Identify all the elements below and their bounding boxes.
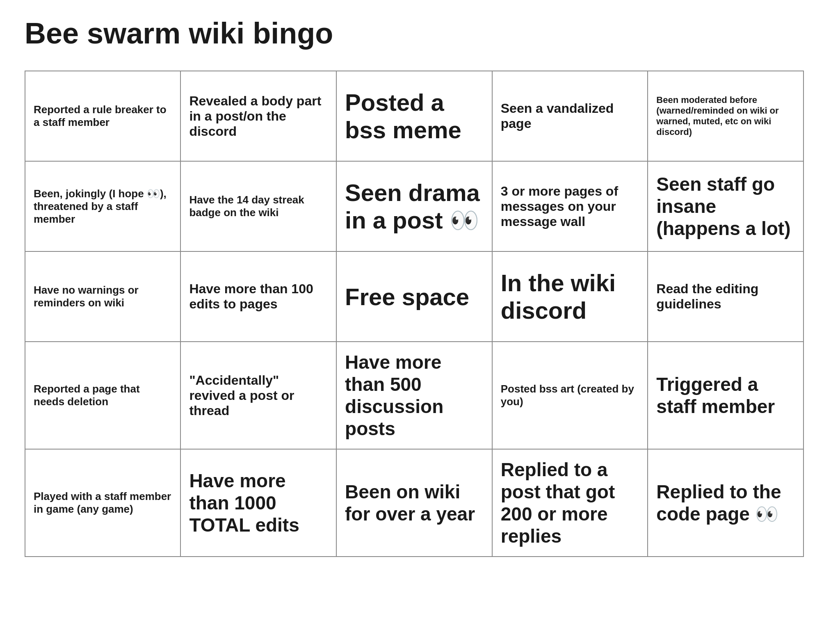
cell-text: Triggered a staff member xyxy=(656,374,775,417)
cell-text: Have no warnings or reminders on wiki xyxy=(34,284,139,309)
page-title: Bee swarm wiki bingo xyxy=(25,16,815,50)
cell-4-1: Have more than 1000 TOTAL edits xyxy=(180,449,336,557)
cell-text: 3 or more pages of messages on your mess… xyxy=(501,184,618,229)
cell-text: Seen staff go insane (happens a lot) xyxy=(656,173,790,239)
cell-text: Have the 14 day streak badge on the wiki xyxy=(189,194,304,219)
cell-4-4: Replied to the code page 👀 xyxy=(648,449,803,557)
cell-0-0: Reported a rule breaker to a staff membe… xyxy=(25,71,180,161)
cell-1-3: 3 or more pages of messages on your mess… xyxy=(492,161,648,251)
cell-text: Played with a staff member in game (any … xyxy=(34,490,171,515)
cell-0-1: Revealed a body part in a post/on the di… xyxy=(180,71,336,161)
cell-3-3: Posted bss art (created by you) xyxy=(492,342,648,449)
cell-text: Replied to a post that got 200 or more r… xyxy=(501,459,615,547)
cell-text: Been moderated before (warned/reminded o… xyxy=(656,95,778,137)
cell-text: In the wiki discord xyxy=(501,269,616,324)
cell-3-2: Have more than 500 discussion posts xyxy=(336,342,492,449)
table-row: Have no warnings or reminders on wikiHav… xyxy=(25,251,803,342)
cell-text: Have more than 1000 TOTAL edits xyxy=(189,470,299,536)
cell-1-2: Seen drama in a post 👀 xyxy=(336,161,492,251)
cell-2-0: Have no warnings or reminders on wiki xyxy=(25,251,180,342)
cell-text: Reported a page that needs deletion xyxy=(34,383,140,408)
cell-3-0: Reported a page that needs deletion xyxy=(25,342,180,449)
cell-2-1: Have more than 100 edits to pages xyxy=(180,251,336,342)
cell-text: Posted a bss meme xyxy=(345,89,461,143)
cell-2-2: Free space xyxy=(336,251,492,342)
cell-1-0: Been, jokingly (I hope 👀), threatened by… xyxy=(25,161,180,251)
cell-text: Have more than 100 edits to pages xyxy=(189,281,313,311)
cell-text: Been, jokingly (I hope 👀), threatened by… xyxy=(34,187,167,225)
table-row: Reported a page that needs deletion"Acci… xyxy=(25,342,803,449)
table-row: Played with a staff member in game (any … xyxy=(25,449,803,557)
cell-0-4: Been moderated before (warned/reminded o… xyxy=(648,71,803,161)
cell-3-1: "Accidentally" revived a post or thread xyxy=(180,342,336,449)
cell-text: Free space xyxy=(345,283,469,310)
cell-text: Been on wiki for over a year xyxy=(345,481,475,525)
cell-3-4: Triggered a staff member xyxy=(648,342,803,449)
cell-text: "Accidentally" revived a post or thread xyxy=(189,373,294,418)
cell-4-2: Been on wiki for over a year xyxy=(336,449,492,557)
table-row: Reported a rule breaker to a staff membe… xyxy=(25,71,803,161)
cell-text: Seen a vandalized page xyxy=(501,101,614,131)
cell-4-3: Replied to a post that got 200 or more r… xyxy=(492,449,648,557)
cell-text: Have more than 500 discussion posts xyxy=(345,352,443,439)
cell-0-2: Posted a bss meme xyxy=(336,71,492,161)
cell-1-4: Seen staff go insane (happens a lot) xyxy=(648,161,803,251)
cell-text: Seen drama in a post 👀 xyxy=(345,179,480,233)
cell-1-1: Have the 14 day streak badge on the wiki xyxy=(180,161,336,251)
cell-0-3: Seen a vandalized page xyxy=(492,71,648,161)
cell-2-3: In the wiki discord xyxy=(492,251,648,342)
cell-2-4: Read the editing guidelines xyxy=(648,251,803,342)
cell-text: Revealed a body part in a post/on the di… xyxy=(189,94,321,139)
cell-text: Read the editing guidelines xyxy=(656,281,758,311)
cell-text: Reported a rule breaker to a staff membe… xyxy=(34,103,167,128)
cell-4-0: Played with a staff member in game (any … xyxy=(25,449,180,557)
cell-text: Replied to the code page 👀 xyxy=(656,481,781,525)
cell-text: Posted bss art (created by you) xyxy=(501,383,634,408)
table-row: Been, jokingly (I hope 👀), threatened by… xyxy=(25,161,803,251)
bingo-table: Reported a rule breaker to a staff membe… xyxy=(25,71,804,557)
